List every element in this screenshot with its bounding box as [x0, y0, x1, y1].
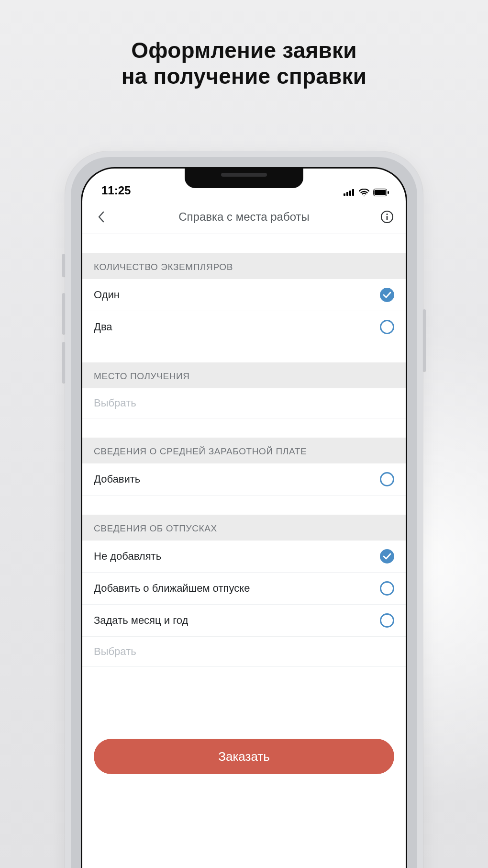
- radio-checked-icon: [380, 549, 394, 564]
- pickup-select[interactable]: Выбрать: [82, 388, 406, 418]
- radio-checked-icon: [380, 288, 394, 302]
- option-row-vacation-next[interactable]: Добавить о ближайшем отпуске: [82, 573, 406, 605]
- section-header-copies: КОЛИЧЕСТВО ЭКЗЕМПЛЯРОВ: [82, 253, 406, 279]
- svg-rect-5: [375, 190, 386, 195]
- svg-rect-3: [352, 189, 354, 196]
- option-row-one[interactable]: Один: [82, 279, 406, 311]
- status-time: 11:25: [101, 184, 131, 197]
- form-content: КОЛИЧЕСТВО ЭКЗЕМПЛЯРОВ Один Два МЕСТО ПО…: [82, 234, 406, 774]
- navbar: Справка с места работы: [82, 200, 406, 234]
- option-row-add-salary[interactable]: Добавить: [82, 463, 406, 496]
- radio-unchecked-icon: [380, 472, 394, 486]
- side-button: [62, 342, 65, 383]
- option-label: Два: [94, 321, 112, 333]
- side-button: [62, 293, 65, 334]
- option-label: Не добавлять: [94, 550, 161, 563]
- option-label: Добавить о ближайшем отпуске: [94, 582, 250, 595]
- svg-rect-1: [346, 192, 348, 196]
- side-button: [423, 309, 426, 372]
- phone-notch: [185, 169, 303, 188]
- svg-point-8: [386, 214, 388, 215]
- back-button[interactable]: [94, 210, 108, 224]
- option-row-two[interactable]: Два: [82, 311, 406, 343]
- section-header-vacation: СВЕДЕНИЯ ОБ ОТПУСКАХ: [82, 515, 406, 541]
- svg-rect-9: [387, 216, 388, 220]
- radio-unchecked-icon: [380, 320, 394, 334]
- wifi-icon: [359, 189, 369, 196]
- option-row-vacation-none[interactable]: Не добавлять: [82, 541, 406, 573]
- side-button: [62, 254, 65, 277]
- option-label: Задать месяц и год: [94, 614, 188, 627]
- vacation-date-select[interactable]: Выбрать: [82, 637, 406, 667]
- cellular-icon: [344, 189, 355, 196]
- navbar-title: Справка с места работы: [82, 210, 406, 224]
- section-header-salary: СВЕДЕНИЯ О СРЕДНЕЙ ЗАРАБОТНОЙ ПЛАТЕ: [82, 438, 406, 463]
- phone-earpiece: [221, 173, 267, 177]
- battery-icon: [373, 189, 389, 196]
- select-placeholder: Выбрать: [94, 397, 136, 409]
- info-button[interactable]: [380, 210, 394, 224]
- chevron-left-icon: [98, 211, 104, 223]
- status-icons: [344, 189, 389, 197]
- option-label: Добавить: [94, 473, 140, 485]
- radio-unchecked-icon: [380, 613, 394, 628]
- order-button[interactable]: Заказать: [94, 739, 394, 774]
- radio-unchecked-icon: [380, 581, 394, 596]
- svg-rect-6: [388, 191, 389, 194]
- option-row-vacation-custom[interactable]: Задать месяц и год: [82, 605, 406, 637]
- svg-rect-0: [344, 193, 345, 196]
- promo-line-1: Оформление заявки: [0, 37, 488, 63]
- option-label: Один: [94, 289, 120, 301]
- info-icon: [380, 210, 394, 224]
- select-placeholder: Выбрать: [94, 645, 136, 658]
- phone-screen: 11:25 Справка с места работы: [82, 169, 406, 868]
- promo-title: Оформление заявки на получение справки: [0, 37, 488, 90]
- phone-device: 11:25 Справка с места работы: [65, 151, 423, 868]
- promo-line-2: на получение справки: [0, 63, 488, 89]
- svg-rect-2: [349, 191, 351, 196]
- section-header-pickup: МЕСТО ПОЛУЧЕНИЯ: [82, 362, 406, 388]
- order-button-label: Заказать: [218, 749, 270, 764]
